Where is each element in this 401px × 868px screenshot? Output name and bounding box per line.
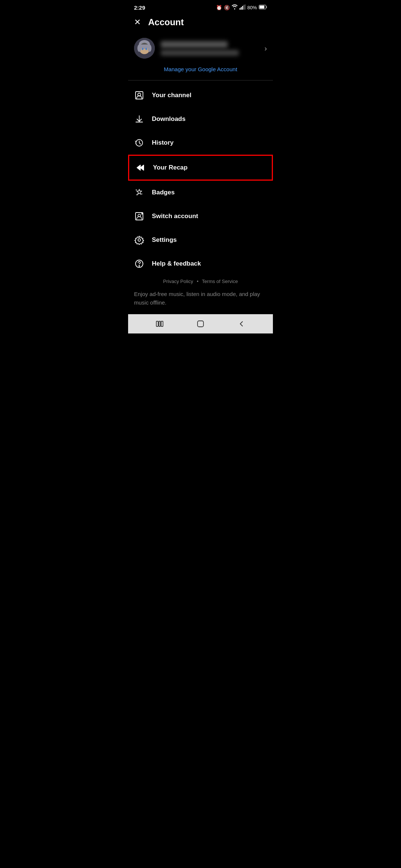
page-title: Account xyxy=(148,17,184,27)
battery-icon xyxy=(259,5,267,10)
switch-account-label: Switch account xyxy=(152,213,198,220)
svg-marker-18 xyxy=(140,165,144,170)
battery-text: 80% xyxy=(247,5,257,10)
svg-rect-29 xyxy=(198,321,203,327)
recap-icon xyxy=(135,162,146,173)
nav-back-button[interactable] xyxy=(232,317,251,331)
menu-item-settings[interactable]: Settings xyxy=(128,228,273,252)
status-time: 2:29 xyxy=(134,4,145,11)
svg-rect-1 xyxy=(241,7,242,10)
menu-item-help-feedback[interactable]: Help & feedback xyxy=(128,252,273,276)
profile-section[interactable]: › xyxy=(128,33,273,65)
promo-text: Enjoy ad-free music, listen in audio mod… xyxy=(134,291,260,306)
help-icon xyxy=(134,259,144,269)
settings-icon xyxy=(134,235,144,245)
svg-rect-28 xyxy=(161,321,163,326)
svg-point-13 xyxy=(146,48,147,50)
svg-rect-2 xyxy=(242,6,243,10)
menu-item-switch-account[interactable]: Switch account xyxy=(128,204,273,228)
wifi-icon xyxy=(232,4,238,11)
history-label: History xyxy=(152,139,174,147)
svg-rect-27 xyxy=(159,321,160,326)
your-recap-label: Your Recap xyxy=(153,164,188,171)
settings-label: Settings xyxy=(152,236,177,244)
svg-point-12 xyxy=(142,48,144,50)
profile-info xyxy=(161,41,258,56)
avatar xyxy=(134,38,155,59)
profile-chevron-icon: › xyxy=(264,44,267,53)
svg-point-25 xyxy=(139,266,140,266)
menu-item-downloads[interactable]: Downloads xyxy=(128,107,273,131)
svg-rect-0 xyxy=(239,8,241,10)
status-icons: ⏰ 🔇 80% xyxy=(216,4,267,11)
badges-icon xyxy=(134,187,144,198)
your-channel-label: Your channel xyxy=(152,92,191,99)
menu-item-your-recap[interactable]: Your Recap xyxy=(128,155,273,181)
footer-links: Privacy Policy • Terms of Service xyxy=(128,276,273,286)
svg-rect-4 xyxy=(245,4,245,10)
manage-account-section[interactable]: Manage your Google Account xyxy=(128,65,273,80)
nav-home-button[interactable] xyxy=(191,317,210,331)
downloads-label: Downloads xyxy=(152,115,186,123)
history-icon xyxy=(134,138,144,148)
switch-account-icon xyxy=(134,211,144,221)
footer-promo: Enjoy ad-free music, listen in audio mod… xyxy=(128,286,273,314)
signal-icon xyxy=(239,4,245,11)
badges-label: Badges xyxy=(152,189,175,196)
menu-list: Your channel Downloads History xyxy=(128,80,273,276)
status-bar: 2:29 ⏰ 🔇 80% xyxy=(128,0,273,13)
privacy-policy-link[interactable]: Privacy Policy xyxy=(163,279,193,284)
mute-icon: 🔇 xyxy=(224,5,230,10)
header: ✕ Account xyxy=(128,13,273,33)
nav-recent-apps-button[interactable] xyxy=(150,317,169,331)
alarm-icon: ⏰ xyxy=(216,5,222,10)
svg-rect-3 xyxy=(243,5,244,10)
bottom-nav-bar xyxy=(128,314,273,333)
svg-rect-6 xyxy=(260,6,264,9)
svg-point-11 xyxy=(148,45,151,52)
download-icon xyxy=(134,114,144,124)
channel-icon xyxy=(134,90,144,101)
menu-item-badges[interactable]: Badges xyxy=(128,181,273,204)
close-button[interactable]: ✕ xyxy=(134,18,141,26)
separator: • xyxy=(197,279,199,284)
terms-of-service-link[interactable]: Terms of Service xyxy=(202,279,238,284)
profile-email xyxy=(161,50,239,56)
menu-item-history[interactable]: History xyxy=(128,131,273,155)
help-feedback-label: Help & feedback xyxy=(152,260,201,267)
manage-account-link[interactable]: Manage your Google Account xyxy=(164,66,237,72)
svg-rect-26 xyxy=(156,321,158,326)
svg-point-10 xyxy=(137,45,141,52)
menu-item-your-channel[interactable]: Your channel xyxy=(128,83,273,107)
profile-name xyxy=(161,41,228,48)
svg-point-23 xyxy=(138,239,141,241)
svg-marker-17 xyxy=(137,165,140,170)
